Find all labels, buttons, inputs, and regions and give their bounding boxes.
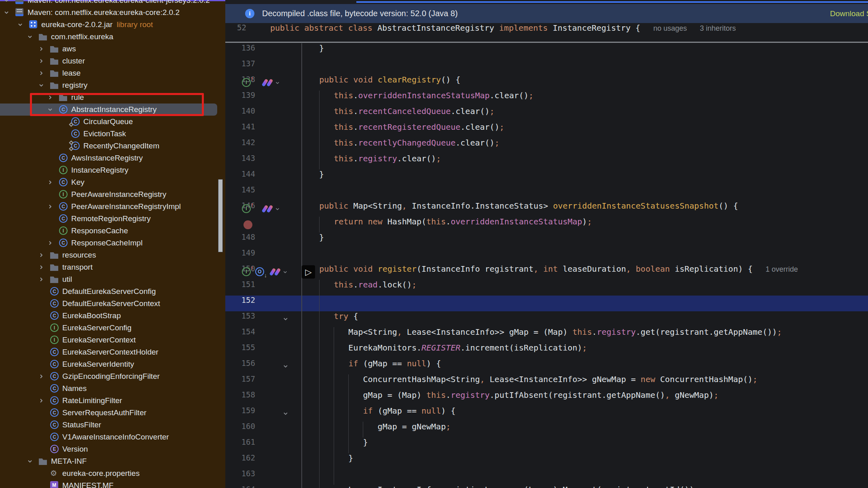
line-number[interactable]: 159 [225,406,255,422]
fold-chevron-icon[interactable] [282,316,289,324]
line-number[interactable]: 151 [225,280,255,296]
code-line[interactable]: 153 try { [225,311,868,327]
download-sources-link[interactable]: Download Sources [830,9,868,18]
chevron-right-icon[interactable] [47,203,53,210]
code-line[interactable]: 159 if (gMap == null) { [225,406,868,422]
tree-item[interactable]: CRateLimitingFilter [0,395,225,407]
tree-item[interactable]: CRemoteRegionRegistry [0,213,225,225]
chevron-right-icon[interactable] [38,46,44,52]
code-line[interactable]: 145 [225,185,868,201]
chevron-down-icon[interactable] [282,269,288,277]
chevron-right-icon[interactable] [38,252,44,258]
line-number[interactable]: 142 [225,138,255,154]
tree-item[interactable]: eureka-core-2.0.2.jarlibrary root [0,19,225,31]
tree-item[interactable]: MMANIFEST.MF [0,480,225,488]
line-number[interactable]: 139 [225,91,255,106]
overridden-method-icon[interactable]: O↓ [255,267,264,276]
code-line[interactable]: 161 } [225,437,868,453]
line-number[interactable]: 137 [225,59,255,75]
tree-item[interactable]: CEurekaServerContextHolder [0,346,225,358]
breakpoint-icon[interactable] [243,220,252,229]
code-line[interactable]: 136 } [225,43,868,59]
code-line[interactable]: 154 Map<String, Lease<InstanceInfo>> gMa… [225,327,868,343]
line-number[interactable]: 164 [225,485,255,488]
code-line[interactable]: 155 EurekaMonitors.REGISTER.increment(is… [225,343,868,359]
fold-chevron-icon[interactable] [282,410,289,418]
code-line[interactable]: return new HashMap(this.overriddenInstan… [225,217,868,232]
code-line[interactable]: 142 this.recentlyChangedQueue.clear(); [225,138,868,154]
tree-item[interactable]: IResponseCache [0,225,225,237]
code-line[interactable]: 152 [225,296,868,311]
tree-item[interactable]: CNames [0,382,225,395]
chevron-down-icon[interactable] [3,9,10,16]
tree-item[interactable]: Maven: com.netflix.eureka:eureka-core:2.… [0,6,225,19]
code-line[interactable]: 151 this.read.lock(); [225,280,868,296]
code-line[interactable]: 156 if (gMap == null) { [225,359,868,374]
line-number[interactable]: 153 [225,311,255,327]
line-number[interactable]: 162 [225,453,255,469]
implements-method-icon[interactable]: I↑ [242,267,251,276]
tree-item[interactable]: CStatusFilter [0,419,225,431]
line-number[interactable]: 149 [225,248,255,264]
chevron-down-icon[interactable] [3,0,10,4]
tree-item[interactable]: CAwsInstanceRegistry [0,152,225,164]
code-line[interactable]: 162 } [225,453,868,469]
chevron-down-icon[interactable] [275,206,280,213]
code-line[interactable]: 157 ConcurrentHashMap<String, Lease<Inst… [225,374,868,390]
code-line[interactable]: 141 this.recentRegisteredQueue.clear(); [225,122,868,138]
chevron-down-icon[interactable] [27,458,33,465]
code-line[interactable]: 150I↑O↓▷ public void register(InstanceIn… [225,264,868,280]
line-number[interactable]: 140 [225,106,255,122]
tree-item[interactable]: transport [0,261,225,273]
line-number[interactable]: 155 [225,343,255,359]
tree-item[interactable]: aws [0,43,225,55]
chevron-right-icon[interactable] [47,240,53,246]
tree-item[interactable]: CPeerAwareInstanceRegistryImpl [0,201,225,213]
tree-item[interactable]: CRecentlyChangedItem [0,140,225,152]
code-line[interactable]: 160 gMap = gNewMap; [225,422,868,437]
chevron-down-icon[interactable] [275,80,280,87]
tree-item[interactable]: META-INF [0,455,225,467]
line-number[interactable]: 156 [225,359,255,374]
code-line[interactable]: 140 this.recentCanceledQueue.clear(); [225,106,868,122]
line-number[interactable]: 144 [225,169,255,185]
tree-item[interactable]: CDefaultEurekaServerConfig [0,285,225,298]
code-line[interactable]: 148 } [225,232,868,248]
ai-assist-icon[interactable] [261,204,280,214]
ai-assist-icon[interactable] [261,78,280,88]
code-line[interactable]: 137 [225,59,868,75]
class-declaration-code[interactable]: public abstract class AbstractInstanceRe… [270,23,736,42]
line-number[interactable]: 157 [225,374,255,390]
tree-item[interactable]: CCircularQueue [0,116,225,128]
ai-assist-icon[interactable] [269,267,288,277]
tree-item[interactable]: IPeerAwareInstanceRegistry [0,188,225,201]
tree-item[interactable]: lease [0,67,225,79]
sticky-class-declaration[interactable]: 52 public abstract class AbstractInstanc… [225,23,868,42]
chevron-right-icon[interactable] [38,70,44,76]
line-number[interactable]: 52 [225,23,246,42]
line-number[interactable]: 143 [225,154,255,169]
tree-item[interactable]: resources [0,249,225,261]
tree-item[interactable]: CResponseCacheImpl [0,237,225,249]
tree-item[interactable]: CDefaultEurekaServerContext [0,298,225,310]
chevron-down-icon[interactable] [17,21,23,28]
line-number[interactable]: 161 [225,437,255,453]
tree-item[interactable]: IEurekaServerContext [0,334,225,346]
line-number[interactable]: 145 [225,185,255,201]
code-line[interactable]: 149 [225,248,868,264]
tree-item[interactable]: CServerRequestAuthFilter [0,407,225,419]
tree-item[interactable]: registry [0,79,225,91]
chevron-down-icon[interactable] [27,34,33,40]
fold-chevron-icon[interactable] [282,363,289,371]
code-line[interactable]: 163 [225,469,868,485]
line-number[interactable]: 136 [225,43,255,59]
tree-item[interactable]: CV1AwareInstanceInfoConverter [0,431,225,443]
tree-item[interactable]: Maven: com.netflix.eureka:eureka-client-… [0,0,225,6]
tree-item[interactable]: com.netflix.eureka [0,31,225,43]
line-number[interactable]: 158 [225,390,255,406]
tree-item[interactable]: IInstanceRegistry [0,164,225,176]
chevron-right-icon[interactable] [38,276,44,283]
tree-item[interactable]: IEurekaServerConfig [0,322,225,334]
code-line[interactable]: 138I↑ public void clearRegistry() { [225,75,868,91]
chevron-down-icon[interactable] [38,82,44,89]
